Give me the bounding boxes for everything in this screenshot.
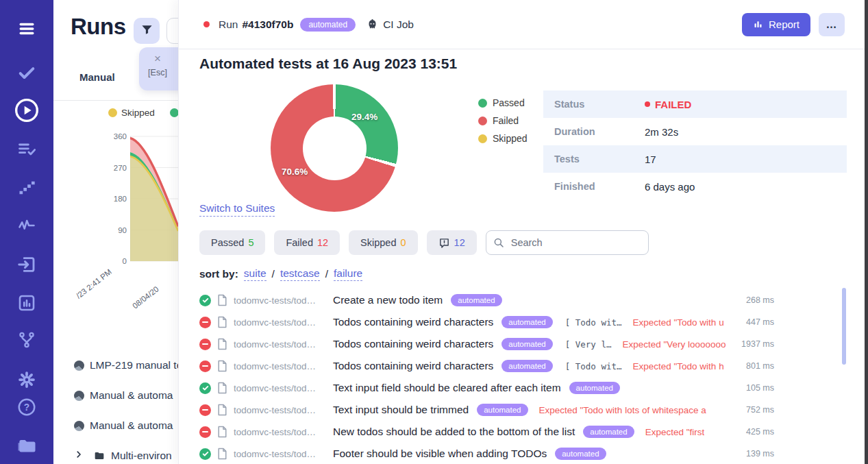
failed-minus-icon <box>199 361 211 372</box>
window-scrollbar-track[interactable] <box>865 0 868 464</box>
separator: / <box>325 268 328 280</box>
chart-square-icon[interactable] <box>0 293 53 313</box>
activity-icon[interactable] <box>0 216 53 235</box>
skipped-dot <box>478 134 487 143</box>
run-detail-panel: Run #4130f70b automated CI Job Report … … <box>178 0 868 464</box>
test-path: todomvc-tests/tod… <box>234 383 328 393</box>
pie-chart-icon <box>74 361 84 371</box>
sort-by-testcase-link[interactable]: testcase <box>280 267 320 281</box>
test-path: todomvc-tests/tod… <box>234 339 328 350</box>
ci-job[interactable]: CI Job <box>367 19 414 31</box>
filter-chips: Passed 5 Failed 12 Skipped 0 12 <box>199 230 649 255</box>
test-error: Expected "first <box>645 427 705 437</box>
close-icon[interactable]: × <box>139 52 176 66</box>
list-check-icon[interactable] <box>0 140 53 159</box>
file-icon <box>217 338 227 350</box>
stat-row-status: Status FAILED <box>543 90 847 118</box>
sort-by-failure-link[interactable]: failure <box>334 267 362 281</box>
failed-minus-icon <box>199 404 211 416</box>
x-axis-label: /23 2:41 PM <box>75 267 113 300</box>
failed-minus-icon <box>199 426 211 438</box>
filter-comments-button[interactable]: 12 <box>427 230 477 255</box>
branch-icon[interactable] <box>0 330 53 350</box>
test-row[interactable]: todomvc-tests/tod… New todos should be a… <box>199 421 847 443</box>
test-duration: 425 ms <box>732 427 774 437</box>
test-row[interactable]: todomvc-tests/tod… Todos containing weir… <box>199 311 847 333</box>
folder-icon[interactable] <box>0 435 53 456</box>
bar-chart-icon <box>753 19 763 29</box>
folder-icon <box>93 450 106 461</box>
legend-item-passed: Passed <box>478 97 528 108</box>
file-icon <box>217 294 227 306</box>
y-tick: 0 <box>106 257 127 265</box>
run-label: Run <box>219 19 238 31</box>
list-item-project[interactable]: Manual & automa <box>74 389 173 402</box>
filter-skipped-button[interactable]: Skipped 0 <box>349 230 417 255</box>
folder-label: Multi-environ <box>111 450 172 462</box>
run-stats-table: Status FAILED Duration 2m 32s Tests 17 F… <box>543 90 847 200</box>
sort-by-suite-link[interactable]: suite <box>244 267 266 281</box>
main-sidebar: ? <box>0 0 53 464</box>
test-duration: 752 ms <box>732 405 774 415</box>
filter-failed-button[interactable]: Failed 12 <box>274 230 340 255</box>
test-list: todomvc-tests/tod… Create a new todo ite… <box>199 289 847 464</box>
switch-to-suites-link[interactable]: Switch to Suites <box>199 202 275 217</box>
search-input[interactable] <box>486 230 649 255</box>
menu-icon[interactable] <box>0 19 53 38</box>
check-icon[interactable] <box>0 63 53 82</box>
test-tag: [ Todo wit… <box>565 361 622 371</box>
import-icon[interactable] <box>0 254 53 275</box>
pie-chart-icon <box>74 391 84 401</box>
test-duration: 268 ms <box>732 295 774 305</box>
chip-label: Passed <box>211 237 244 248</box>
automated-badge: automated <box>501 338 552 350</box>
test-row[interactable]: todomvc-tests/tod… Footer should be visi… <box>199 443 847 464</box>
test-duration: 447 ms <box>732 317 774 327</box>
more-actions-button[interactable]: … <box>819 13 845 36</box>
report-label: Report <box>769 19 799 30</box>
legend-label-skipped: Skipped <box>121 108 155 118</box>
legend-item-skipped: Skipped <box>478 133 528 144</box>
chevron-right-icon[interactable] <box>74 450 84 462</box>
list-scrollbar-thumb[interactable] <box>842 288 846 365</box>
test-row[interactable]: todomvc-tests/tod… Todos containing weir… <box>199 333 847 355</box>
trend-area-chart[interactable] <box>130 134 178 264</box>
test-title: Todos containing weird characters <box>333 360 493 372</box>
stat-value: 17 <box>645 154 656 165</box>
automated-badge: automated <box>583 426 634 438</box>
failed-minus-icon <box>199 317 211 328</box>
automated-badge: automated <box>501 360 552 372</box>
automated-badge: automated <box>569 382 620 394</box>
test-title: Todos containing weird characters <box>333 316 493 328</box>
test-path: todomvc-tests/tod… <box>234 405 328 415</box>
filter-passed-button[interactable]: Passed 5 <box>199 230 265 255</box>
stat-label: Finished <box>543 181 645 192</box>
help-icon[interactable]: ? <box>0 397 53 417</box>
run-status-dot <box>203 21 210 27</box>
results-donut-chart[interactable] <box>271 84 398 212</box>
test-row[interactable]: todomvc-tests/tod… Text input field shou… <box>199 377 847 399</box>
test-row[interactable]: todomvc-tests/tod… Create a new todo ite… <box>199 289 847 311</box>
test-row[interactable]: todomvc-tests/tod… Todos containing weir… <box>199 355 847 377</box>
tab-manual[interactable]: Manual <box>79 71 115 83</box>
failed-dot <box>478 117 487 125</box>
file-icon <box>217 404 227 416</box>
stat-label: Duration <box>543 126 645 137</box>
filter-button[interactable] <box>134 18 160 44</box>
test-row[interactable]: todomvc-tests/tod… Text input should be … <box>199 399 847 421</box>
page-title: Runs <box>71 14 126 40</box>
steps-icon[interactable] <box>0 178 53 197</box>
passed-legend-dot <box>170 108 179 117</box>
report-button[interactable]: Report <box>742 13 810 36</box>
list-item-project[interactable]: Manual & automa <box>74 419 173 432</box>
play-circle-icon[interactable] <box>0 97 53 124</box>
file-icon <box>217 382 227 394</box>
automated-badge: automated <box>300 18 356 32</box>
chip-count: 5 <box>248 237 253 248</box>
chip-label: Failed <box>286 237 313 248</box>
test-duration: 801 ms <box>732 361 774 371</box>
gear-icon[interactable] <box>0 369 53 390</box>
x-axis-label: 08/04/20 <box>131 284 160 310</box>
list-item-project[interactable]: LMP-219 manual te <box>74 359 182 371</box>
list-item-folder[interactable]: Multi-environ <box>74 450 172 462</box>
